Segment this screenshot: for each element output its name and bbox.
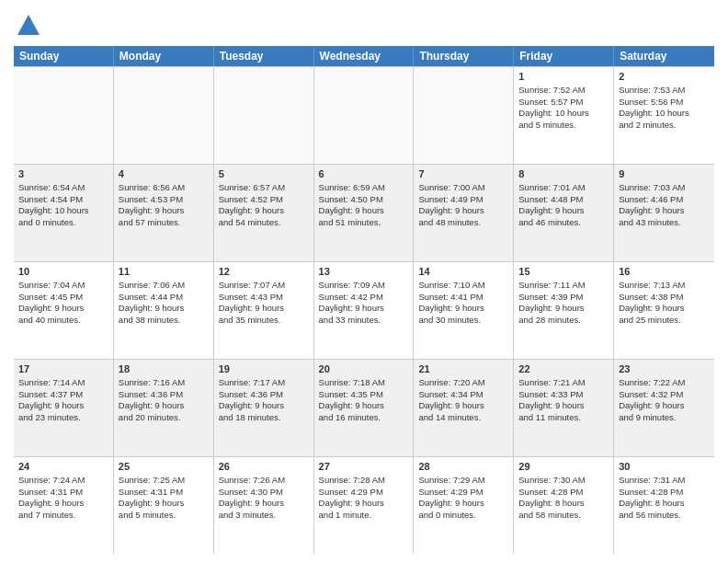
day-info: Sunrise: 7:13 AM <box>619 280 685 290</box>
day-info: Sunset: 4:36 PM <box>219 389 283 399</box>
day-info: Sunrise: 7:11 AM <box>518 280 585 290</box>
day-info: Sunrise: 7:25 AM <box>119 475 185 485</box>
day-info: Sunset: 4:30 PM <box>219 487 283 497</box>
calendar-cell: 12Sunrise: 7:07 AMSunset: 4:43 PMDayligh… <box>214 262 314 359</box>
day-info: Sunset: 4:31 PM <box>18 487 83 497</box>
day-info: Daylight: 9 hours <box>18 400 84 410</box>
day-info: Sunset: 4:31 PM <box>119 487 183 497</box>
day-info: Daylight: 9 hours <box>619 400 684 410</box>
day-info: Daylight: 9 hours <box>219 303 284 313</box>
calendar-cell: 23Sunrise: 7:22 AMSunset: 4:32 PMDayligh… <box>614 360 714 456</box>
day-info: Sunrise: 7:07 AM <box>219 280 285 290</box>
day-number: 19 <box>219 362 309 376</box>
day-info: Sunrise: 7:29 AM <box>418 475 484 485</box>
day-info: and 28 minutes. <box>518 315 581 325</box>
day-info: Daylight: 9 hours <box>319 303 384 313</box>
day-info: Daylight: 9 hours <box>219 498 284 508</box>
day-info: and 54 minutes. <box>219 217 281 227</box>
day-number: 2 <box>619 70 710 84</box>
header <box>14 9 714 39</box>
day-number: 13 <box>319 265 409 279</box>
calendar-cell <box>114 67 214 164</box>
day-info: Daylight: 9 hours <box>219 400 284 410</box>
day-info: and 5 minutes. <box>119 510 176 520</box>
day-info: Sunset: 4:48 PM <box>518 194 583 204</box>
calendar-cell: 16Sunrise: 7:13 AMSunset: 4:38 PMDayligh… <box>614 262 714 359</box>
day-info: Sunset: 4:43 PM <box>219 292 283 302</box>
day-info: and 58 minutes. <box>518 510 581 520</box>
day-info: Sunrise: 7:52 AM <box>518 85 585 95</box>
day-info: Sunset: 4:38 PM <box>619 292 683 302</box>
day-info: Daylight: 9 hours <box>119 205 184 215</box>
day-info: and 23 minutes. <box>18 412 81 422</box>
day-number: 21 <box>418 362 508 376</box>
day-number: 7 <box>418 167 508 181</box>
calendar-body: 1Sunrise: 7:52 AMSunset: 5:57 PMDaylight… <box>14 66 714 554</box>
day-info: Sunset: 5:57 PM <box>518 97 583 107</box>
day-info: Sunset: 4:52 PM <box>219 194 283 204</box>
day-info: Sunrise: 7:53 AM <box>619 85 685 95</box>
day-info: Sunrise: 7:18 AM <box>319 377 385 387</box>
calendar-cell: 26Sunrise: 7:26 AMSunset: 4:30 PMDayligh… <box>214 457 314 554</box>
calendar-cell: 22Sunrise: 7:21 AMSunset: 4:33 PMDayligh… <box>514 360 614 456</box>
day-info: Daylight: 8 hours <box>619 498 684 508</box>
logo-icon <box>16 13 41 39</box>
day-info: and 48 minutes. <box>418 217 481 227</box>
calendar-cell: 29Sunrise: 7:30 AMSunset: 4:28 PMDayligh… <box>514 457 614 554</box>
day-info: Sunset: 4:33 PM <box>518 389 583 399</box>
calendar-cell: 20Sunrise: 7:18 AMSunset: 4:35 PMDayligh… <box>314 360 415 456</box>
day-info: Sunrise: 6:54 AM <box>18 182 85 192</box>
day-info: Daylight: 9 hours <box>418 205 483 215</box>
day-number: 22 <box>518 362 609 376</box>
calendar-week-5: 24Sunrise: 7:24 AMSunset: 4:31 PMDayligh… <box>14 457 714 554</box>
day-info: Sunset: 4:46 PM <box>619 194 683 204</box>
day-info: and 7 minutes. <box>18 510 75 520</box>
page: SundayMondayTuesdayWednesdayThursdayFrid… <box>0 0 728 563</box>
calendar-cell: 24Sunrise: 7:24 AMSunset: 4:31 PMDayligh… <box>14 457 114 554</box>
day-number: 4 <box>119 167 209 181</box>
day-info: Sunrise: 7:16 AM <box>119 377 185 387</box>
day-info: Daylight: 9 hours <box>518 205 584 215</box>
day-info: and 0 minutes. <box>18 217 75 227</box>
calendar-cell: 7Sunrise: 7:00 AMSunset: 4:49 PMDaylight… <box>414 165 514 261</box>
logo-text <box>14 13 41 39</box>
day-info: and 40 minutes. <box>18 315 81 325</box>
day-info: Sunrise: 6:59 AM <box>319 182 385 192</box>
day-info: and 35 minutes. <box>219 315 281 325</box>
day-info: Sunset: 4:28 PM <box>518 487 583 497</box>
day-number: 24 <box>18 460 108 474</box>
calendar-week-4: 17Sunrise: 7:14 AMSunset: 4:37 PMDayligh… <box>14 360 714 457</box>
day-info: and 18 minutes. <box>219 412 281 422</box>
day-info: Sunrise: 7:06 AM <box>119 280 185 290</box>
day-number: 15 <box>518 265 609 279</box>
day-info: and 2 minutes. <box>619 120 676 130</box>
day-info: Sunset: 4:53 PM <box>119 194 183 204</box>
day-info: and 14 minutes. <box>418 412 481 422</box>
calendar-cell: 19Sunrise: 7:17 AMSunset: 4:36 PMDayligh… <box>214 360 314 456</box>
day-info: Sunrise: 6:56 AM <box>119 182 185 192</box>
calendar-cell: 10Sunrise: 7:04 AMSunset: 4:45 PMDayligh… <box>14 262 114 359</box>
calendar-cell: 5Sunrise: 6:57 AMSunset: 4:52 PMDaylight… <box>214 165 314 261</box>
day-info: Sunset: 5:56 PM <box>619 97 683 107</box>
day-info: and 38 minutes. <box>119 315 181 325</box>
day-number: 6 <box>319 167 409 181</box>
day-info: Daylight: 9 hours <box>119 303 184 313</box>
calendar-cell: 25Sunrise: 7:25 AMSunset: 4:31 PMDayligh… <box>114 457 214 554</box>
day-header-friday: Friday <box>514 46 614 66</box>
day-info: and 25 minutes. <box>619 315 681 325</box>
day-header-wednesday: Wednesday <box>314 46 415 66</box>
day-info: and 9 minutes. <box>619 412 676 422</box>
day-info: Sunrise: 7:09 AM <box>319 280 385 290</box>
calendar-cell <box>314 67 415 164</box>
day-info: Sunset: 4:36 PM <box>119 389 183 399</box>
svg-marker-0 <box>17 15 40 35</box>
calendar-cell: 30Sunrise: 7:31 AMSunset: 4:28 PMDayligh… <box>614 457 714 554</box>
day-info: Sunset: 4:32 PM <box>619 389 683 399</box>
day-info: Daylight: 9 hours <box>319 205 384 215</box>
day-number: 20 <box>319 362 409 376</box>
day-info: and 33 minutes. <box>319 315 381 325</box>
day-header-sunday: Sunday <box>14 46 114 66</box>
day-info: Daylight: 10 hours <box>619 108 689 118</box>
calendar-week-1: 1Sunrise: 7:52 AMSunset: 5:57 PMDaylight… <box>14 67 714 165</box>
calendar-week-2: 3Sunrise: 6:54 AMSunset: 4:54 PMDaylight… <box>14 165 714 262</box>
